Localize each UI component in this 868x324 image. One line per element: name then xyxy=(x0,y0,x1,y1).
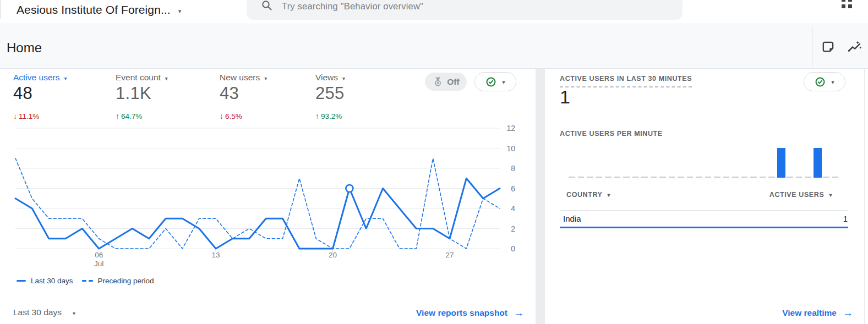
metric-value: 43 xyxy=(220,84,239,103)
data-quality-pill[interactable]: ▾ xyxy=(474,72,516,91)
nav-drawer-edge xyxy=(0,0,1,19)
data-quality-pill[interactable]: ▾ xyxy=(804,72,845,91)
check-circle-icon xyxy=(815,76,826,87)
metric-value: 1.1K xyxy=(116,84,151,103)
metric-label: Event count xyxy=(116,73,161,83)
svg-text:8: 8 xyxy=(511,164,515,173)
main-content: Active users ▾ 48 ↓11.1% Event count ▾ 1… xyxy=(0,69,868,324)
insights-off-badge: Off xyxy=(425,73,467,91)
active-users-per-minute-chart xyxy=(568,146,840,178)
active-users-30min-value: 1 xyxy=(560,86,570,108)
topbar: Aesious Institute Of Foreign... ▾ Try se… xyxy=(0,0,868,24)
right-arrow-icon: → xyxy=(514,306,524,319)
notes-button[interactable] xyxy=(821,40,836,55)
metric-delta: ↓6.5% xyxy=(220,112,242,120)
metric-value: 48 xyxy=(13,84,32,103)
legend-last-30-days: Last 30 days xyxy=(17,277,73,285)
medal-off-icon xyxy=(432,76,444,87)
svg-text:06: 06 xyxy=(95,251,103,259)
caret-down-icon: ▾ xyxy=(342,74,345,81)
insights-icon xyxy=(847,40,862,54)
active-users-trend-chart: 02468101206Jul132027 xyxy=(0,124,520,273)
svg-text:0: 0 xyxy=(511,244,515,253)
header-divider xyxy=(812,26,812,68)
caret-down-icon: ▾ xyxy=(502,78,505,86)
solid-line-swatch xyxy=(17,280,26,282)
realtime-card: ACTIVE USERS IN LAST 30 MINUTES ▾ 1 ACTI… xyxy=(545,69,868,324)
ga-home-screen: Aesious Institute Of Foreign... ▾ Try se… xyxy=(0,0,868,324)
caret-down-icon: ▾ xyxy=(165,74,168,81)
legend-preceding-period: Preceding period xyxy=(82,277,154,285)
card-edge xyxy=(864,69,865,324)
insights-off-label: Off xyxy=(447,77,459,87)
account-switcher[interactable]: Aesious Institute Of Foreign... ▾ xyxy=(17,0,181,20)
insights-button[interactable] xyxy=(847,40,862,55)
search-bar[interactable]: Try searching "Behavior overview" xyxy=(247,0,683,20)
search-placeholder: Try searching "Behavior overview" xyxy=(282,1,423,12)
page-title: Home xyxy=(7,40,42,56)
metric-selector-active-users[interactable]: Active users ▾ xyxy=(13,73,67,83)
svg-text:4: 4 xyxy=(511,204,515,213)
caret-down-icon: ▾ xyxy=(73,309,75,316)
caret-down-icon: ▾ xyxy=(178,6,182,15)
metric-label: New users xyxy=(220,73,260,83)
down-arrow-icon: ↓ xyxy=(13,112,17,120)
svg-text:12: 12 xyxy=(506,124,515,133)
metric-value: 255 xyxy=(315,84,345,103)
card-gap xyxy=(536,69,545,324)
caret-down-icon: ▾ xyxy=(831,78,834,86)
caret-down-icon: ▾ xyxy=(264,74,267,81)
apps-grid-icon[interactable] xyxy=(842,0,855,11)
metric-selector-views[interactable]: Views ▾ xyxy=(315,73,345,83)
date-range-selector[interactable]: Last 30 days ▾ xyxy=(13,307,75,317)
table-divider xyxy=(560,210,848,211)
metric-selector-event-count[interactable]: Event count ▾ xyxy=(116,73,168,83)
metric-selector-new-users[interactable]: New users ▾ xyxy=(220,73,267,83)
svg-text:20: 20 xyxy=(329,251,337,259)
per-minute-label: ACTIVE USERS PER MINUTE xyxy=(560,130,663,138)
svg-text:Jul: Jul xyxy=(94,260,103,268)
table-row-bar xyxy=(560,227,848,228)
search-icon xyxy=(261,0,273,12)
table-row-value: 1 xyxy=(843,214,848,223)
caret-down-icon: ▾ xyxy=(829,191,832,198)
metric-delta: ↓11.1% xyxy=(13,112,39,120)
metric-label: Views xyxy=(315,73,338,83)
check-circle-icon xyxy=(485,76,496,87)
view-realtime-link[interactable]: View realtime → xyxy=(782,306,853,319)
svg-text:6: 6 xyxy=(511,184,515,193)
realtime-title: ACTIVE USERS IN LAST 30 MINUTES xyxy=(560,75,692,87)
svg-text:13: 13 xyxy=(212,251,220,259)
page-header: Home xyxy=(0,24,868,69)
metric-delta: ↑93.2% xyxy=(315,112,342,120)
view-reports-snapshot-link[interactable]: View reports snapshot → xyxy=(416,306,524,319)
chart-legend: Last 30 days Preceding period xyxy=(17,277,154,285)
account-name: Aesious Institute Of Foreign... xyxy=(17,3,171,17)
metric-delta: ↑64.7% xyxy=(116,112,142,120)
note-icon xyxy=(821,40,836,54)
caret-down-icon: ▾ xyxy=(608,191,611,198)
active-users-column-header[interactable]: ACTIVE USERS ▾ xyxy=(769,191,832,199)
metric-label: Active users xyxy=(13,73,59,83)
svg-text:10: 10 xyxy=(506,144,515,153)
up-arrow-icon: ↑ xyxy=(315,112,319,120)
overview-card: Active users ▾ 48 ↓11.1% Event count ▾ 1… xyxy=(0,69,536,324)
svg-text:27: 27 xyxy=(445,251,454,259)
right-arrow-icon: → xyxy=(843,306,853,319)
caret-down-icon: ▾ xyxy=(64,74,67,81)
up-arrow-icon: ↑ xyxy=(116,112,119,120)
svg-text:2: 2 xyxy=(511,224,515,233)
down-arrow-icon: ↓ xyxy=(220,112,223,120)
dashed-line-swatch xyxy=(82,280,93,282)
table-row-country: India xyxy=(563,214,581,223)
country-column-header[interactable]: COUNTRY ▾ xyxy=(566,191,610,199)
